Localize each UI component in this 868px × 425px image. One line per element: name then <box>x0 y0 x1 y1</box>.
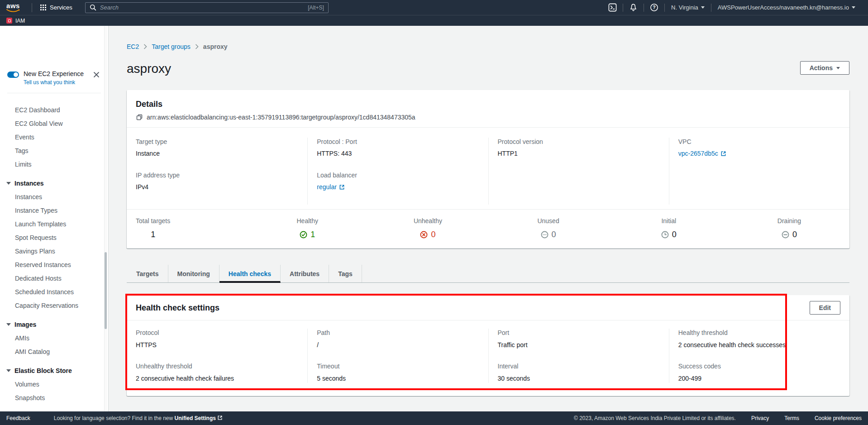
field-label: Target type <box>136 138 298 146</box>
sidebar-item-ec2-dashboard[interactable]: EC2 Dashboard <box>0 103 108 117</box>
language-notice: Looking for language selection? Find it … <box>54 415 223 421</box>
favorites-bar: IAM <box>0 15 868 26</box>
sidebar-section-images[interactable]: Images <box>0 317 108 331</box>
sidebar-item-volumes[interactable]: Volumes <box>0 377 108 391</box>
sidebar-item-amis[interactable]: AMIs <box>0 331 108 345</box>
field-label: Success codes <box>678 362 840 370</box>
field-label: Port <box>498 329 660 337</box>
edit-button[interactable]: Edit <box>810 301 840 315</box>
sidebar-item-ami-catalog[interactable]: AMI Catalog <box>0 345 108 358</box>
external-link-icon <box>339 184 345 190</box>
services-menu-button[interactable]: Services <box>38 2 75 13</box>
sidebar-item-reserved-instances[interactable]: Reserved Instances <box>0 258 108 272</box>
terms-link[interactable]: Terms <box>784 415 799 421</box>
hc-healthy-threshold-value: 2 consecutive health check successes <box>678 340 840 349</box>
global-search-box[interactable]: [Alt+S] <box>85 2 329 13</box>
tab-health-checks[interactable]: Health checks <box>219 265 281 283</box>
sidebar-item-scheduled-instances[interactable]: Scheduled Instances <box>0 285 108 299</box>
field-label: Protocol : Port <box>317 138 479 146</box>
draining-label: Draining <box>729 217 849 225</box>
breadcrumb-target-groups[interactable]: Target groups <box>152 43 191 50</box>
tab-attributes[interactable]: Attributes <box>281 265 329 282</box>
account-menu[interactable]: AWSPowerUserAccess/navaneeth.kn@harness.… <box>711 0 862 15</box>
sidebar-item-events[interactable]: Events <box>0 130 108 144</box>
protocol-version-value: HTTP1 <box>498 149 660 158</box>
sidebar-item-snapshots[interactable]: Snapshots <box>0 391 108 405</box>
initial-count: 0 <box>672 229 677 239</box>
sidebar-item-instance-types[interactable]: Instance Types <box>0 204 108 217</box>
sidebar-item-savings-plans[interactable]: Savings Plans <box>0 244 108 258</box>
aws-logo[interactable]: aws <box>6 3 20 13</box>
cookie-preferences-link[interactable]: Cookie preferences <box>815 415 862 421</box>
vpc-link[interactable]: vpc-2657db5c <box>678 149 726 158</box>
scrollbar-thumb[interactable] <box>105 252 107 329</box>
sidebar-scrollbar[interactable] <box>104 26 107 411</box>
field-label: Load balancer <box>317 171 479 179</box>
bell-icon <box>629 3 638 12</box>
iam-service-icon <box>6 18 12 24</box>
close-icon <box>93 71 100 78</box>
privacy-link[interactable]: Privacy <box>751 415 769 421</box>
actions-button[interactable]: Actions <box>800 61 849 75</box>
sidebar-item-launch-templates[interactable]: Launch Templates <box>0 217 108 231</box>
tab-tags[interactable]: Tags <box>329 265 362 282</box>
new-experience-toggle[interactable] <box>7 72 19 78</box>
load-balancer-link[interactable]: regular <box>317 183 345 191</box>
services-label: Services <box>50 4 72 11</box>
aws-logo-text: aws <box>6 3 20 9</box>
targets-summary: Total targets 1 Healthy 1 Unhealthy 0 Un… <box>127 210 849 248</box>
region-label: N. Virginia <box>671 4 698 11</box>
hc-timeout-value: 5 seconds <box>317 374 479 383</box>
sidebar-item-ec2-global-view[interactable]: EC2 Global View <box>0 117 108 130</box>
sidebar-section-instances[interactable]: Instances <box>0 176 108 190</box>
help-button[interactable]: ? <box>644 0 664 15</box>
draining-minus-circle-icon <box>782 231 789 239</box>
sidebar-item-limits[interactable]: Limits <box>0 158 108 171</box>
feedback-link[interactable]: Feedback <box>6 415 30 421</box>
breadcrumb-current: asproxy <box>203 43 228 50</box>
copy-icon[interactable] <box>136 114 143 121</box>
new-experience-title: New EC2 Experience <box>24 70 84 77</box>
search-input[interactable] <box>100 4 308 11</box>
main-content: EC2 Target groups asproxy asproxy Action… <box>109 26 868 411</box>
sidebar-item-instances[interactable]: Instances <box>0 190 108 204</box>
total-targets-value: 1 <box>136 229 170 239</box>
tab-monitoring[interactable]: Monitoring <box>168 265 219 282</box>
tell-us-link[interactable]: Tell us what you think <box>24 79 89 86</box>
protocol-port-value: HTTPS: 443 <box>317 149 479 158</box>
details-grid: Target typeInstance IP address typeIPv4 … <box>127 128 849 209</box>
unified-settings-link[interactable]: Unified Settings <box>175 415 216 421</box>
nav-divider <box>32 3 32 12</box>
page-title: asproxy <box>127 61 171 76</box>
notifications-button[interactable] <box>623 0 644 15</box>
tab-targets[interactable]: Targets <box>127 265 168 282</box>
unused-ellipsis-circle-icon <box>541 231 548 239</box>
unhealthy-label: Unhealthy <box>367 217 488 225</box>
sidebar-item-capacity-reservations[interactable]: Capacity Reservations <box>0 299 108 312</box>
breadcrumb-ec2[interactable]: EC2 <box>127 43 139 50</box>
field-label: Healthy threshold <box>678 329 840 337</box>
field-label: Unhealthy threshold <box>136 362 298 370</box>
sidebar-item-dedicated-hosts[interactable]: Dedicated Hosts <box>0 272 108 285</box>
healthy-check-circle-icon <box>300 231 307 239</box>
aws-smile-icon <box>6 9 20 13</box>
search-icon <box>90 4 96 11</box>
iam-label: IAM <box>15 18 25 24</box>
cloudshell-button[interactable] <box>602 0 623 15</box>
svg-text:?: ? <box>653 5 655 10</box>
region-selector[interactable]: N. Virginia <box>665 0 711 15</box>
sidebar-item-spot-requests[interactable]: Spot Requests <box>0 231 108 244</box>
field-label: Protocol version <box>498 138 660 146</box>
unhealthy-x-circle-icon <box>420 231 428 239</box>
sidebar-section-elastic-block-store[interactable]: Elastic Block Store <box>0 363 108 377</box>
initial-label: Initial <box>609 217 729 225</box>
question-mark-icon: ? <box>650 3 658 12</box>
section-label: Instances <box>14 180 44 187</box>
draining-count: 0 <box>792 229 797 239</box>
sidebar-item-tags[interactable]: Tags <box>0 144 108 158</box>
iam-shortcut[interactable]: IAM <box>6 18 25 24</box>
vpc-id: vpc-2657db5c <box>678 149 718 158</box>
edit-label: Edit <box>819 304 831 311</box>
close-banner-button[interactable] <box>92 70 101 79</box>
field-label: Path <box>317 329 479 337</box>
